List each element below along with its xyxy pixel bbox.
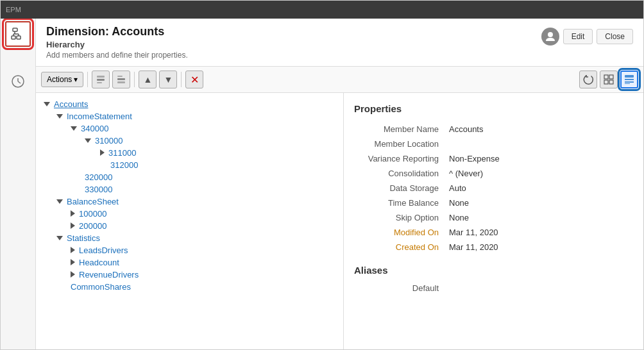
edit-button[interactable]: Edit xyxy=(563,29,593,44)
prop-label-member-name: Member Name xyxy=(354,122,444,137)
app-name: EPM xyxy=(6,6,21,13)
tree-item-312000[interactable]: 312000 xyxy=(38,159,341,171)
leaddrivers-label[interactable]: LeadsDrivers xyxy=(79,246,128,255)
tree-item-100000[interactable]: 100000 xyxy=(38,208,341,220)
prop-label-timebalance: Time Balance xyxy=(354,196,444,210)
prop-row-member-location: Member Location xyxy=(354,137,633,151)
tree-item-statistics[interactable]: Statistics xyxy=(38,232,341,244)
leaddrivers-arrow[interactable] xyxy=(71,247,75,254)
prop-row-timebalance: Time Balance None xyxy=(354,196,633,210)
tree-item-balancesheet[interactable]: BalanceSheet xyxy=(38,196,341,208)
prop-row-member-name: Member Name Accounts xyxy=(354,122,633,137)
grid-view-icon-btn[interactable] xyxy=(600,71,618,88)
refresh-icon-btn[interactable] xyxy=(579,71,597,88)
move-down-icon-btn[interactable] xyxy=(112,71,130,88)
100000-label[interactable]: 100000 xyxy=(79,209,106,219)
310000-label[interactable]: 310000 xyxy=(95,136,123,146)
100000-arrow[interactable] xyxy=(71,210,75,218)
svg-rect-19 xyxy=(604,80,608,84)
prop-value-variance: Non-Expense xyxy=(444,151,633,166)
page-title: Dimension: Accounts xyxy=(46,25,188,38)
svg-rect-21 xyxy=(625,75,634,78)
311000-arrow[interactable] xyxy=(100,149,105,157)
sidebar xyxy=(1,19,36,349)
arrow-up-icon-btn[interactable]: ▲ xyxy=(139,71,157,88)
incomestatement-arrow[interactable] xyxy=(56,113,63,120)
svg-rect-20 xyxy=(609,80,613,84)
prop-row-createdon: Created On Mar 11, 2020 xyxy=(354,240,633,254)
312000-label[interactable]: 312000 xyxy=(110,160,138,170)
340000-label[interactable]: 340000 xyxy=(81,124,108,133)
tree-item-leaddrivers[interactable]: LeadsDrivers xyxy=(38,244,341,256)
311000-label[interactable]: 311000 xyxy=(108,148,136,158)
svg-line-9 xyxy=(18,81,21,83)
balancesheet-arrow[interactable] xyxy=(56,198,63,205)
balancesheet-label[interactable]: BalanceSheet xyxy=(67,197,119,206)
200000-label[interactable]: 200000 xyxy=(79,221,106,231)
tree-item-311000[interactable]: 311000 xyxy=(38,147,341,159)
statistics-arrow[interactable] xyxy=(56,235,63,242)
close-button[interactable]: Close xyxy=(597,29,633,44)
svg-rect-18 xyxy=(609,75,613,79)
tree-item-headcount[interactable]: Headcount xyxy=(38,256,341,269)
svg-rect-11 xyxy=(97,76,105,78)
tree-item-320000[interactable]: 320000 xyxy=(38,171,341,183)
toolbar-separator-1 xyxy=(87,72,88,87)
340000-arrow[interactable] xyxy=(71,125,77,132)
commonshares-label[interactable]: CommonShares xyxy=(71,282,131,292)
330000-label[interactable]: 330000 xyxy=(85,185,112,194)
prop-label-skipoption: Skip Option xyxy=(354,210,444,225)
incomestatement-label[interactable]: IncomeStatement xyxy=(67,112,132,121)
sidebar-schedule-icon[interactable] xyxy=(5,69,31,94)
toolbar-separator-3 xyxy=(181,72,182,87)
actions-button[interactable]: Actions ▾ xyxy=(41,72,83,87)
top-bar: EPM xyxy=(1,1,643,19)
prop-value-skipoption: None xyxy=(444,210,633,225)
headcount-label[interactable]: Headcount xyxy=(79,258,119,267)
tree-item-revenuedrivers[interactable]: RevenueDrivers xyxy=(38,269,341,281)
delete-icon-btn[interactable]: ✕ xyxy=(185,71,203,88)
accounts-arrow[interactable] xyxy=(44,101,50,108)
tree-item-310000[interactable]: 310000 xyxy=(38,135,341,147)
prop-value-member-name: Accounts xyxy=(444,122,633,137)
tree-item-200000[interactable]: 200000 xyxy=(38,220,341,232)
prop-label-modifiedon: Modified On xyxy=(354,225,444,240)
tree-item-commonshares[interactable]: CommonShares xyxy=(38,281,341,293)
revenuedrivers-label[interactable]: RevenueDrivers xyxy=(79,270,139,279)
toolbar-separator-2 xyxy=(134,72,135,87)
arrow-down-icon-btn[interactable]: ▼ xyxy=(159,71,177,88)
alias-row-default: Default xyxy=(354,281,633,296)
prop-value-consolidation: ^ (Never) xyxy=(444,166,633,181)
tree-item-incomestatement[interactable]: IncomeStatement xyxy=(38,110,341,122)
prop-row-consolidation: Consolidation ^ (Never) xyxy=(354,166,633,181)
alias-label-default: Default xyxy=(354,281,444,296)
svg-rect-15 xyxy=(117,78,125,80)
310000-arrow[interactable] xyxy=(85,137,91,144)
detail-view-icon-btn[interactable] xyxy=(620,71,638,88)
statistics-label[interactable]: Statistics xyxy=(67,233,100,243)
svg-rect-23 xyxy=(625,81,634,83)
page-subtitle: Hierarchy xyxy=(46,40,188,49)
svg-rect-14 xyxy=(117,76,123,77)
move-up-icon-btn[interactable] xyxy=(92,71,110,88)
svg-point-10 xyxy=(548,32,553,37)
accounts-label[interactable]: Accounts xyxy=(54,99,88,109)
aliases-table: Default xyxy=(354,281,633,296)
properties-title: Properties xyxy=(354,103,633,114)
svg-rect-22 xyxy=(625,79,634,80)
tree-item-accounts[interactable]: Accounts xyxy=(38,98,341,110)
320000-label[interactable]: 320000 xyxy=(85,172,112,182)
toolbar: Actions ▾ ▲ ▼ ✕ xyxy=(36,67,643,93)
prop-row-variance: Variance Reporting Non-Expense xyxy=(354,151,633,166)
tree-item-330000[interactable]: 330000 xyxy=(38,183,341,196)
svg-rect-17 xyxy=(604,75,608,79)
revenuedrivers-arrow[interactable] xyxy=(71,271,75,279)
sidebar-hierarchy-icon[interactable] xyxy=(5,21,31,47)
prop-value-timebalance: None xyxy=(444,196,633,210)
aliases-title: Aliases xyxy=(354,265,633,276)
200000-arrow[interactable] xyxy=(71,222,75,230)
tree-panel: Accounts IncomeStatement 340000 xyxy=(36,93,344,349)
prop-label-variance: Variance Reporting xyxy=(354,151,444,166)
tree-item-340000[interactable]: 340000 xyxy=(38,122,341,135)
headcount-arrow[interactable] xyxy=(71,259,75,267)
